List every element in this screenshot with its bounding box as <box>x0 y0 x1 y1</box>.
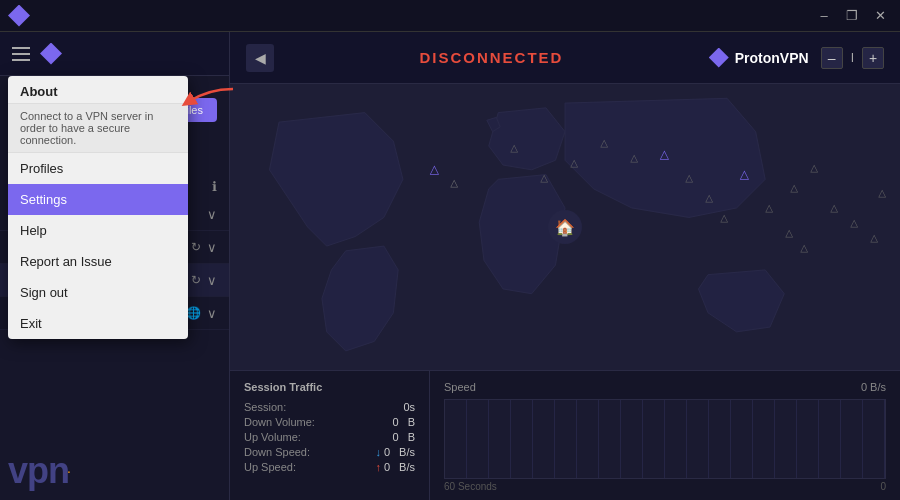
connection-status: DISCONNECTED <box>419 49 563 66</box>
chevron-down-icon[interactable]: ∨ <box>207 273 217 288</box>
brand-name: ProtonVPN <box>735 50 809 66</box>
server-marker: ▽ <box>810 164 818 175</box>
up-arrow-icon: ↑ <box>375 461 381 473</box>
stat-row-upvol: Up Volume: 0 B <box>244 431 415 443</box>
server-marker: ▽ <box>790 184 798 195</box>
proton-vpn-brand: ProtonVPN <box>709 48 809 68</box>
hamburger-line <box>12 59 30 61</box>
red-arrow-indicator <box>178 84 238 120</box>
vpn-watermark: vpn · <box>8 450 71 492</box>
main-layout: About Connect to a VPN server in order t… <box>0 32 900 500</box>
chart-col <box>753 400 775 478</box>
title-bar: – ❐ ✕ <box>0 0 900 32</box>
stat-val-downspeed: ↓ 0 B/s <box>375 446 415 458</box>
server-marker: ▽ <box>740 169 749 183</box>
top-bar-right: ProtonVPN – I + <box>709 47 884 69</box>
chevron-down-icon[interactable]: ∨ <box>207 240 217 255</box>
chart-label-value: 0 <box>880 481 886 492</box>
stat-label-downspeed: Down Speed: <box>244 446 310 458</box>
chevron-down-icon[interactable]: ∨ <box>207 306 217 321</box>
top-bar: ◀ DISCONNECTED ProtonVPN – I + <box>230 32 900 84</box>
proton-logo-icon <box>709 48 729 68</box>
sidebar: About Connect to a VPN server in order t… <box>0 32 230 500</box>
server-marker: ▽ <box>870 234 878 245</box>
dropdown-item-exit[interactable]: Exit <box>8 308 188 339</box>
stat-val-session: 0s <box>403 401 415 413</box>
chart-col <box>511 400 533 478</box>
chart-label-time: 60 Seconds <box>444 481 497 492</box>
sidebar-header <box>0 32 229 76</box>
chart-col <box>643 400 665 478</box>
chevron-down-icon[interactable]: ∨ <box>207 207 217 222</box>
chart-col <box>445 400 467 478</box>
speed-value: 0 B/s <box>861 381 886 393</box>
maximize-button[interactable]: ❐ <box>840 6 864 26</box>
stat-label-upspeed: Up Speed: <box>244 461 296 473</box>
server-marker: ▽ <box>430 164 439 178</box>
info-icon[interactable]: ℹ <box>212 179 217 194</box>
server-marker: ▽ <box>785 229 793 240</box>
chart-col <box>533 400 555 478</box>
stat-label-upvol: Up Volume: <box>244 431 301 443</box>
session-traffic-panel: Session Traffic Session: 0s Down Volume:… <box>230 371 430 500</box>
chart-col <box>555 400 577 478</box>
zoom-in-button[interactable]: + <box>862 47 884 69</box>
chart-col <box>863 400 885 478</box>
down-arrow-icon: ↓ <box>375 446 381 458</box>
stat-row-downspeed: Down Speed: ↓ 0 B/s <box>244 446 415 458</box>
server-marker: ▽ <box>570 159 578 170</box>
chart-col <box>797 400 819 478</box>
server-marker: ▽ <box>800 244 808 255</box>
minimize-button[interactable]: – <box>812 6 836 26</box>
server-marker: ▽ <box>830 204 838 215</box>
dropdown-about[interactable]: About <box>8 76 188 104</box>
home-location-icon: 🏠 <box>548 210 582 244</box>
server-marker: ▽ <box>600 139 608 150</box>
hamburger-line <box>12 47 30 49</box>
dropdown-item-help[interactable]: Help <box>8 215 188 246</box>
dropdown-menu: About Connect to a VPN server in order t… <box>8 76 188 339</box>
hamburger-menu-button[interactable] <box>12 47 30 61</box>
chart-grid <box>445 400 885 478</box>
map-area: 🏠 ▽ ▽ ▽ ▽ ▽ <box>230 84 900 370</box>
dropdown-tooltip-text: Connect to a VPN server in order to have… <box>8 104 188 153</box>
speed-chart <box>444 399 886 479</box>
server-marker: ▽ <box>450 179 458 190</box>
right-panel: ◀ DISCONNECTED ProtonVPN – I + 🏠 <box>230 32 900 500</box>
server-marker: ▽ <box>878 189 886 200</box>
dropdown-item-settings[interactable]: Settings <box>8 184 188 215</box>
zoom-out-button[interactable]: – <box>821 47 843 69</box>
speed-header: Speed 0 B/s <box>444 381 886 393</box>
server-marker: ▽ <box>705 194 713 205</box>
speed-panel: Speed 0 B/s <box>430 371 900 500</box>
app-logo-icon <box>8 5 30 27</box>
hamburger-line <box>12 53 30 55</box>
dropdown-item-signout[interactable]: Sign out <box>8 277 188 308</box>
server-marker: ▽ <box>510 144 518 155</box>
stat-row-session: Session: 0s <box>244 401 415 413</box>
bottom-stats: Session Traffic Session: 0s Down Volume:… <box>230 370 900 500</box>
session-traffic-title: Session Traffic <box>244 381 415 393</box>
vpn-text: vpn <box>8 450 69 492</box>
chart-col <box>841 400 863 478</box>
stat-val-upvol: 0 B <box>392 431 415 443</box>
stat-row-upspeed: Up Speed: ↑ 0 B/s <box>244 461 415 473</box>
stat-label-session: Session: <box>244 401 286 413</box>
loop-icon: ↻ <box>191 240 201 254</box>
chart-col <box>467 400 489 478</box>
server-marker: ▽ <box>685 174 693 185</box>
dropdown-item-report[interactable]: Report an Issue <box>8 246 188 277</box>
close-button[interactable]: ✕ <box>868 6 892 26</box>
chart-labels: 60 Seconds 0 <box>444 481 886 492</box>
server-marker: ▽ <box>765 204 773 215</box>
chart-col <box>819 400 841 478</box>
chart-col <box>731 400 753 478</box>
dropdown-item-profiles[interactable]: Profiles <box>8 153 188 184</box>
zoom-value: I <box>847 51 858 65</box>
server-marker: ▽ <box>540 174 548 185</box>
collapse-sidebar-button[interactable]: ◀ <box>246 44 274 72</box>
stat-val-upspeed: ↑ 0 B/s <box>375 461 415 473</box>
chart-col <box>489 400 511 478</box>
window-controls: – ❐ ✕ <box>812 6 892 26</box>
server-marker: ▽ <box>720 214 728 225</box>
